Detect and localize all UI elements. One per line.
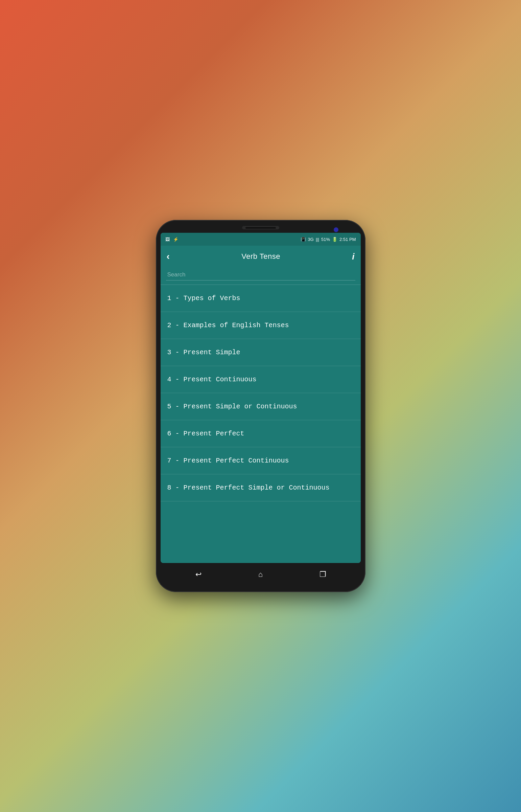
list-item[interactable]: 5 - Present Simple or Continuous xyxy=(161,393,361,420)
vibrate-icon: 📳 xyxy=(300,237,306,242)
list-item-text: 5 - Present Simple or Continuous xyxy=(167,403,297,410)
phone-camera xyxy=(334,227,338,232)
list-item-text: 4 - Present Continuous xyxy=(167,376,257,383)
list-item-text: 1 - Types of Verbs xyxy=(167,294,241,302)
list-item-text: 8 - Present Perfect Simple or Continuous xyxy=(167,484,330,491)
list-item-text: 6 - Present Perfect xyxy=(167,430,245,437)
status-left-icons: 🖼 ⚡ xyxy=(165,237,179,242)
phone-speaker xyxy=(242,226,279,229)
nav-recent-button[interactable]: ❐ xyxy=(314,568,331,581)
list-item-text: 2 - Examples of English Tenses xyxy=(167,322,289,329)
nav-recent-icon: ❐ xyxy=(319,570,326,579)
battery-icon: 🔋 xyxy=(332,237,337,242)
list-item[interactable]: 6 - Present Perfect xyxy=(161,420,361,447)
nav-bar: ↩ ⌂ ❐ xyxy=(161,564,361,585)
nav-home-icon: ⌂ xyxy=(258,570,263,579)
usb-icon: ⚡ xyxy=(173,237,179,242)
nav-home-button[interactable]: ⌂ xyxy=(252,568,269,581)
clock: 2:51 PM xyxy=(339,237,356,242)
app-bar: ‹ Verb Tense i xyxy=(161,246,361,267)
signal-text: 3G xyxy=(308,237,314,242)
list-item[interactable]: 4 - Present Continuous xyxy=(161,366,361,393)
list-item[interactable]: 2 - Examples of English Tenses xyxy=(161,312,361,339)
phone-screen: 🖼 ⚡ 📳 3G ||| 51% 🔋 2:51 PM ‹ Verb Tense … xyxy=(161,233,361,563)
status-bar: 🖼 ⚡ 📳 3G ||| 51% 🔋 2:51 PM xyxy=(161,233,361,246)
signal-bars: ||| xyxy=(316,237,319,242)
phone-device: 🖼 ⚡ 📳 3G ||| 51% 🔋 2:51 PM ‹ Verb Tense … xyxy=(156,220,365,592)
back-button[interactable]: ‹ xyxy=(167,252,170,261)
image-icon: 🖼 xyxy=(165,237,170,242)
status-right-info: 📳 3G ||| 51% 🔋 2:51 PM xyxy=(300,237,356,242)
list-item[interactable]: 3 - Present Simple xyxy=(161,339,361,366)
list-item[interactable]: 7 - Present Perfect Continuous xyxy=(161,447,361,474)
app-title: Verb Tense xyxy=(242,252,280,261)
battery-percent: 51% xyxy=(321,237,330,242)
list-item[interactable]: 8 - Present Perfect Simple or Continuous xyxy=(161,474,361,501)
nav-back-icon: ↩ xyxy=(196,570,202,579)
list-item-text: 7 - Present Perfect Continuous xyxy=(167,457,289,464)
list-container: 1 - Types of Verbs2 - Examples of Englis… xyxy=(161,285,361,563)
info-button[interactable]: i xyxy=(352,251,354,262)
list-item-text: 3 - Present Simple xyxy=(167,349,241,356)
search-input[interactable] xyxy=(166,270,355,281)
search-container xyxy=(161,267,361,285)
nav-back-button[interactable]: ↩ xyxy=(190,568,207,581)
list-item[interactable]: 1 - Types of Verbs xyxy=(161,285,361,312)
